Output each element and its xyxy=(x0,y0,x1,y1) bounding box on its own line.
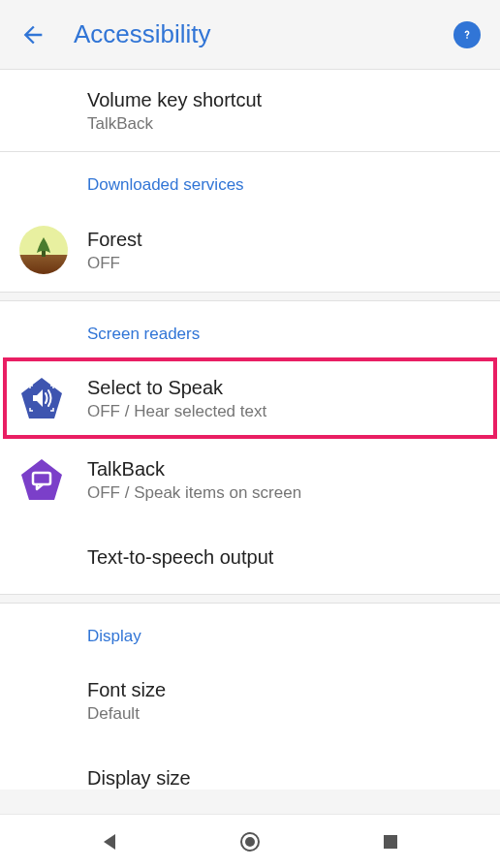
item-subtitle: TalkBack xyxy=(87,114,481,134)
item-forest[interactable]: Forest OFF xyxy=(0,208,500,292)
item-subtitle: OFF / Speak items on screen xyxy=(87,483,481,503)
section-gap xyxy=(0,594,500,604)
triangle-back-icon xyxy=(98,830,121,853)
item-select-to-speak[interactable]: Select to Speak OFF / Hear selected text xyxy=(0,357,500,439)
item-subtitle: Default xyxy=(87,704,481,724)
section-display: Display xyxy=(0,604,500,660)
item-title: Font size xyxy=(87,677,481,702)
app-bar: Accessibility xyxy=(0,0,500,70)
item-title: Select to Speak xyxy=(87,375,481,400)
item-subtitle: OFF / Hear selected text xyxy=(87,402,481,421)
nav-back-button[interactable] xyxy=(98,830,121,853)
item-title: Display size xyxy=(87,765,481,790)
settings-list[interactable]: Volume key shortcut TalkBack Downloaded … xyxy=(0,70,500,814)
section-downloaded-services: Downloaded services xyxy=(0,152,500,208)
svg-point-5 xyxy=(245,837,255,847)
item-font-size[interactable]: Font size Default xyxy=(0,660,500,741)
item-title: Forest xyxy=(87,227,481,252)
item-title: Volume key shortcut xyxy=(87,87,481,112)
question-icon xyxy=(458,26,476,44)
item-talkback[interactable]: TalkBack OFF / Speak items on screen xyxy=(0,439,500,520)
item-text-to-speech[interactable]: Text-to-speech output xyxy=(0,520,500,594)
svg-rect-6 xyxy=(384,835,397,849)
talkback-icon xyxy=(19,457,64,502)
item-title: Text-to-speech output xyxy=(87,544,481,570)
nav-recent-button[interactable] xyxy=(379,830,402,853)
page-title: Accessibility xyxy=(74,19,453,49)
circle-home-icon xyxy=(238,830,262,853)
section-gap xyxy=(0,292,500,301)
item-title: TalkBack xyxy=(87,456,481,481)
forest-app-icon xyxy=(19,226,68,274)
help-button[interactable] xyxy=(453,21,481,48)
item-display-size[interactable]: Display size xyxy=(0,741,500,790)
nav-home-button[interactable] xyxy=(238,830,262,853)
square-recent-icon xyxy=(379,830,402,853)
svg-marker-2 xyxy=(21,459,62,500)
back-button[interactable] xyxy=(19,21,47,48)
select-to-speak-icon xyxy=(19,376,64,420)
svg-rect-0 xyxy=(42,251,46,257)
arrow-left-icon xyxy=(19,21,47,48)
navigation-bar xyxy=(0,814,500,868)
section-screen-readers: Screen readers xyxy=(0,301,500,357)
item-volume-key-shortcut[interactable]: Volume key shortcut TalkBack xyxy=(0,70,500,151)
item-subtitle: OFF xyxy=(87,254,481,273)
